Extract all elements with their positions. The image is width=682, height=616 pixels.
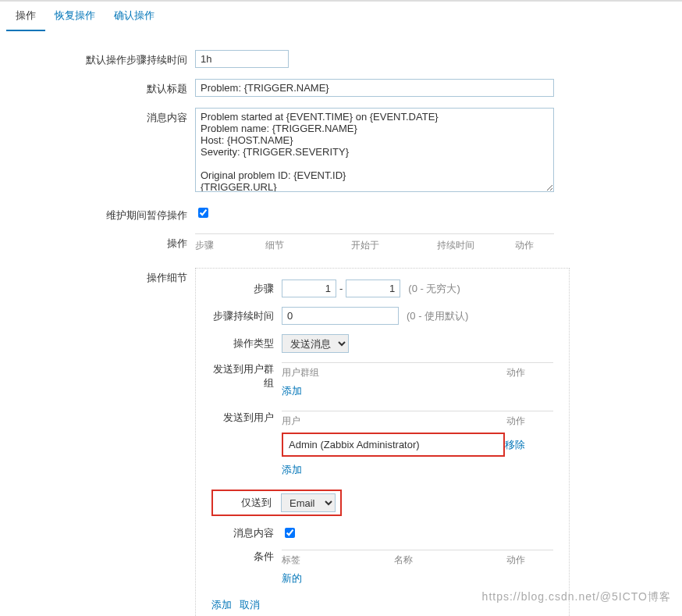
label-default-subject: 默认标题 (16, 79, 195, 96)
step-to-input[interactable] (346, 280, 400, 297)
user-remove-link[interactable]: 移除 (505, 439, 525, 450)
label-message-content: 消息内容 (16, 108, 195, 125)
cond-col-action: 动作 (506, 554, 553, 567)
label-operation-detail: 操作细节 (16, 268, 195, 285)
ops-col-start: 开始于 (351, 239, 437, 252)
only-to-select[interactable]: Email (281, 493, 336, 512)
user-row-name: Admin (Zabbix Administrator) (284, 435, 503, 454)
group-col-action: 动作 (506, 366, 553, 379)
default-subject-input[interactable] (195, 79, 554, 97)
cond-col-name: 名称 (394, 554, 506, 567)
detail-label-only-to: 仅送到 (218, 496, 281, 510)
step-hint: (0 - 无穷大) (408, 282, 460, 296)
detail-add-link[interactable]: 添加 (211, 599, 232, 611)
detail-label-send-user: 发送到用户 (211, 411, 282, 425)
detail-label-condition: 条件 (211, 550, 282, 564)
label-operations: 操作 (16, 233, 195, 251)
detail-label-send-group: 发送到用户群组 (211, 362, 282, 390)
label-default-duration: 默认操作步骤持续时间 (16, 50, 195, 67)
operations-table: 步骤 细节 开始于 持续时间 动作 (195, 233, 554, 257)
message-content-textarea[interactable]: Problem started at {EVENT.TIME} on {EVEN… (195, 108, 554, 192)
label-pause-maintenance: 维护期间暂停操作 (16, 205, 195, 223)
detail-cancel-link[interactable]: 取消 (240, 599, 260, 611)
user-col-name: 用户 (282, 415, 506, 428)
detail-label-msg-content: 消息内容 (211, 526, 282, 540)
op-type-select[interactable]: 发送消息 (282, 334, 349, 353)
ops-col-action: 动作 (515, 239, 554, 252)
cond-new-link[interactable]: 新的 (282, 571, 302, 586)
ops-col-duration: 持续时间 (437, 239, 515, 252)
detail-label-op-type: 操作类型 (211, 336, 282, 351)
tab-operation[interactable]: 操作 (6, 2, 45, 31)
step-duration-hint: (0 - 使用默认) (407, 309, 468, 323)
user-add-link[interactable]: 添加 (282, 463, 302, 477)
default-duration-input[interactable] (195, 50, 289, 68)
tab-ack[interactable]: 确认操作 (105, 2, 164, 30)
msg-content-checkbox[interactable] (285, 528, 295, 538)
tab-recovery[interactable]: 恢复操作 (45, 2, 105, 30)
ops-col-step: 步骤 (195, 239, 265, 252)
user-col-action: 动作 (506, 415, 553, 428)
detail-label-step-duration: 步骤持续时间 (211, 309, 282, 323)
operation-detail-box: 步骤 - (0 - 无穷大) 步骤持续时间 (0 - 使 (195, 268, 570, 616)
tab-bar: 操作 恢复操作 确认操作 (0, 2, 682, 31)
pause-maintenance-checkbox[interactable] (198, 208, 208, 218)
group-col-name: 用户群组 (282, 366, 506, 379)
ops-col-detail: 细节 (265, 239, 351, 252)
step-from-input[interactable] (282, 280, 336, 297)
step-duration-input[interactable] (282, 307, 399, 325)
group-add-link[interactable]: 添加 (282, 384, 302, 398)
detail-label-step: 步骤 (211, 282, 282, 296)
cond-col-tag: 标签 (282, 554, 394, 567)
